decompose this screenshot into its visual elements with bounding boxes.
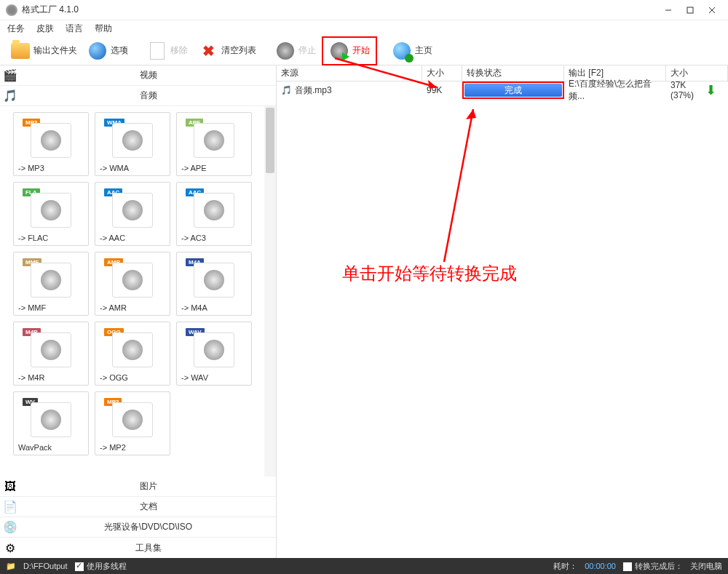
app-icon [6, 4, 17, 16]
format-label: -> OGG [98, 373, 167, 382]
category-audio[interactable]: 🎵 音频 [0, 86, 276, 106]
close-button[interactable] [702, 3, 722, 17]
menu-skin[interactable]: 皮肤 [36, 23, 54, 35]
after-convert-checkbox[interactable]: 转换完成后： [623, 561, 683, 572]
category-video[interactable]: 🎬 视频 [0, 65, 276, 86]
format-label: -> APE [180, 164, 248, 172]
main-panel: 来源 大小 转换状态 输出 [F2] 大小 🎵音频.mp3 99K 完成 E:\… [277, 65, 728, 558]
format-icon [112, 332, 153, 367]
remove-icon [147, 41, 167, 61]
sidebar: 🎬 视频 🎵 音频 MP3-> MP3WMA-> WMAAPE-> APEFLA… [0, 65, 277, 558]
format-label: -> FLAC [17, 234, 85, 242]
remove-label: 移除 [170, 44, 188, 57]
svg-line-4 [335, 58, 437, 87]
stop-button[interactable]: 停止 [271, 39, 320, 63]
elapsed-label: 耗时： [553, 561, 577, 572]
format-m4r[interactable]: M4R-> M4R [13, 322, 89, 386]
format-label: -> AC3 [180, 234, 248, 242]
format-m4a[interactable]: M4A-> M4A [176, 252, 252, 316]
clear-list-button[interactable]: ✖ 清空列表 [194, 39, 261, 63]
row-source: 音频.mp3 [295, 84, 332, 97]
format-icon [31, 123, 71, 158]
menu-help[interactable]: 帮助 [95, 23, 112, 35]
annotation-arrow-1 [335, 58, 480, 102]
options-button[interactable]: 选项 [83, 39, 132, 63]
svg-line-6 [444, 109, 473, 262]
format-aac[interactable]: AAC-> AAC [95, 182, 170, 246]
format-amr[interactable]: AMR-> AMR [95, 252, 170, 316]
format-label: -> AMR [98, 303, 167, 312]
format-icon [194, 123, 234, 158]
clear-icon: ✖ [198, 41, 218, 61]
scrollbar-thumb[interactable] [266, 108, 274, 173]
format-flac[interactable]: FLA-> FLAC [13, 182, 89, 246]
status-bar: 📁 D:\FFOutput ✓使用多线程 耗时： 00:00:00 转换完成后：… [0, 558, 728, 574]
category-document[interactable]: 📄 文档 [0, 497, 276, 517]
output-path[interactable]: D:\FFOutput [23, 562, 68, 570]
video-icon: 🎬 [0, 68, 20, 82]
document-icon: 📄 [0, 500, 20, 514]
format-label: -> MP2 [98, 443, 167, 452]
svg-marker-5 [428, 80, 437, 89]
format-wav[interactable]: WAV-> WAV [176, 322, 252, 386]
category-disc[interactable]: 💿 光驱设备\DVD\CD\ISO [0, 517, 276, 538]
format-icon [112, 123, 153, 158]
format-mmf[interactable]: MMF-> MMF [13, 252, 89, 316]
menu-task[interactable]: 任务 [7, 23, 25, 35]
scrollbar[interactable] [264, 106, 276, 477]
output-folder-button[interactable]: 输出文件夹 [6, 39, 82, 63]
down-arrow-icon: ⬇ [705, 82, 716, 98]
format-label: -> WAV [180, 373, 248, 382]
format-icon [112, 263, 153, 298]
format-icon [194, 332, 234, 367]
row-rsize: 37K (37%) [670, 80, 703, 100]
format-label: -> M4R [17, 373, 85, 382]
format-ape[interactable]: APE-> APE [176, 112, 252, 176]
category-image[interactable]: 🖼 图片 [0, 477, 276, 497]
format-icon [194, 193, 234, 228]
file-icon: 🎵 [281, 85, 292, 95]
audio-icon: 🎵 [0, 89, 20, 103]
tools-icon: ⚙ [0, 541, 20, 555]
format-mp2[interactable]: MP3-> MP2 [95, 391, 170, 455]
clear-list-label: 清空列表 [221, 44, 256, 57]
format-label: -> AAC [98, 234, 167, 242]
annotation-arrow-2 [444, 109, 488, 276]
menu-bar: 任务 皮肤 语言 帮助 [0, 20, 728, 36]
format-icon [31, 332, 71, 367]
format-icon [194, 263, 234, 298]
format-mp3[interactable]: MP3-> MP3 [13, 112, 89, 176]
options-icon [87, 41, 108, 61]
category-disc-label: 光驱设备\DVD\CD\ISO [20, 521, 276, 533]
format-label: WavPack [17, 443, 85, 452]
folder-icon [10, 41, 31, 61]
title-bar: 格式工厂 4.1.0 [0, 0, 728, 20]
start-label: 开始 [352, 44, 370, 57]
category-video-label: 视频 [20, 69, 276, 81]
format-ac3[interactable]: AAC-> AC3 [176, 182, 252, 246]
minimize-button[interactable] [658, 3, 678, 17]
format-wavpack[interactable]: WVWavPack [13, 391, 89, 455]
output-folder-label: 输出文件夹 [33, 44, 77, 57]
window-title: 格式工厂 4.1.0 [22, 4, 658, 16]
format-label: -> MP3 [17, 164, 85, 172]
svg-marker-7 [466, 109, 476, 119]
row-output: E:\百度经验\怎么把音频... [569, 78, 662, 103]
category-document-label: 文档 [20, 501, 276, 513]
format-icon [112, 193, 153, 228]
remove-button[interactable]: 移除 [143, 39, 192, 63]
format-ogg[interactable]: OGG-> OGG [95, 322, 170, 386]
format-icon [31, 193, 71, 228]
svg-rect-1 [687, 7, 693, 13]
stop-label: 停止 [298, 44, 316, 57]
menu-language[interactable]: 语言 [66, 23, 83, 35]
folder-icon-small: 📁 [6, 562, 16, 571]
format-grid-container: MP3-> MP3WMA-> WMAAPE-> APEFLA-> FLACAAC… [0, 106, 276, 477]
maximize-button[interactable] [680, 3, 700, 17]
category-image-label: 图片 [20, 480, 276, 493]
format-wma[interactable]: WMA-> WMA [95, 112, 170, 176]
after-convert-value[interactable]: 关闭电脑 [690, 561, 722, 572]
multithread-checkbox[interactable]: ✓使用多线程 [75, 561, 127, 572]
category-tools[interactable]: ⚙ 工具集 [0, 538, 276, 558]
format-label: -> MMF [17, 303, 85, 312]
